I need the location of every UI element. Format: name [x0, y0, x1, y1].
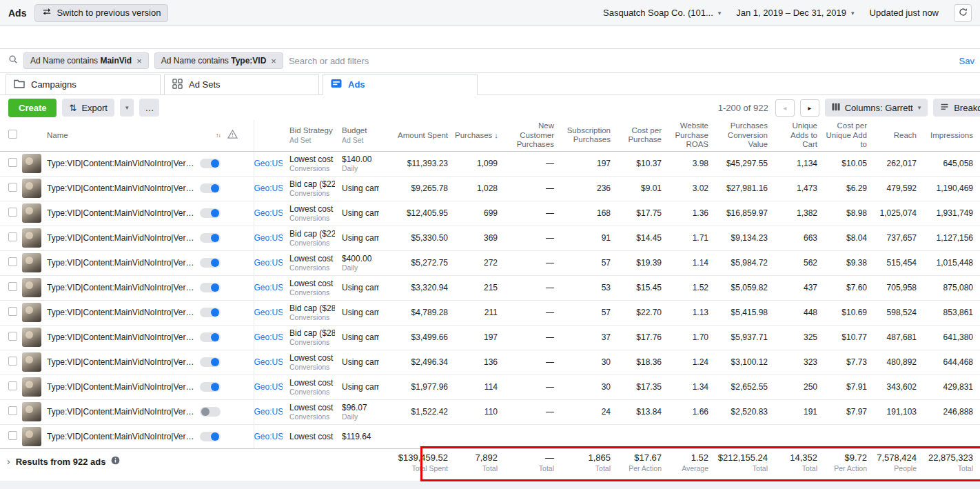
column-header-impressions[interactable]: Impressions [923, 120, 980, 151]
adset-link[interactable]: Geo:US|Ge... [254, 258, 283, 268]
column-header-name[interactable]: Name [47, 131, 68, 141]
row-checkbox[interactable] [8, 158, 17, 167]
save-filter-link[interactable]: Sav [959, 56, 974, 66]
status-toggle[interactable] [200, 233, 221, 243]
ad-name-link[interactable]: Type:VID|Content:MainVidNoIntro|Version:… [47, 283, 196, 292]
status-toggle[interactable] [200, 407, 221, 417]
chip-close-icon[interactable]: × [136, 57, 142, 66]
create-button[interactable]: Create [8, 99, 57, 117]
ad-name-link[interactable]: Type:VID|Content:MainVidNoIntro|Version:… [47, 432, 196, 441]
row-checkbox[interactable] [8, 332, 17, 341]
ad-name-link[interactable]: Type:VID|Content:MainVidNoIntro|Version:… [47, 208, 196, 218]
adset-link[interactable]: Geo:US|Ge... [254, 233, 283, 243]
ad-thumbnail[interactable] [22, 377, 41, 397]
filter-chip[interactable]: Ad Name contains Type:VID × [154, 52, 283, 69]
status-toggle[interactable] [200, 283, 221, 292]
row-checkbox[interactable] [8, 406, 17, 415]
more-actions-button[interactable]: … [139, 99, 159, 117]
account-selector[interactable]: Sasquatch Soap Co. (101... ▾ [603, 8, 721, 18]
info-icon[interactable] [111, 455, 120, 468]
adset-link[interactable]: Geo:US|Ge... [254, 208, 283, 218]
status-toggle[interactable] [200, 159, 221, 168]
export-dropdown-button[interactable]: ▾ [120, 99, 134, 117]
expand-results-icon[interactable]: › [7, 456, 10, 467]
column-header-purchases[interactable]: Purchases↓ [455, 120, 504, 151]
column-header-budget[interactable]: BudgetAd Set [342, 120, 386, 151]
ad-name-link[interactable]: Type:VID|Content:MainVidNoIntro|Version:… [47, 382, 196, 392]
status-toggle[interactable] [200, 308, 221, 317]
column-header-reach[interactable]: Reach [874, 120, 923, 151]
column-header-cost-per-unique-add-to[interactable]: Cost per Unique Add to [824, 120, 874, 151]
ad-name-link[interactable]: Type:VID|Content:MainVidNoIntro|Version:… [47, 233, 196, 243]
adset-link[interactable]: Geo:US|Ge... [254, 283, 283, 292]
adset-link[interactable]: Geo:US|Ge... [254, 407, 283, 417]
ad-thumbnail[interactable] [22, 278, 41, 297]
ad-name-link[interactable]: Type:VID|Content:MainVidNoIntro|Version:… [47, 332, 196, 342]
ad-thumbnail[interactable] [22, 303, 41, 322]
column-header-website-purchase-roas[interactable]: Website Purchase ROAS [668, 120, 715, 151]
ad-thumbnail[interactable] [22, 328, 41, 347]
refresh-button[interactable] [954, 4, 972, 22]
column-header-amount-spent[interactable]: Amount Spent [386, 120, 455, 151]
adset-link[interactable]: Geo:US|Ge... [254, 308, 283, 317]
tab-ad-sets[interactable]: Ad Sets [164, 74, 319, 95]
row-checkbox[interactable] [8, 257, 17, 266]
column-header-subscription-purchases[interactable]: Subscription Purchases [561, 120, 617, 151]
row-checkbox[interactable] [8, 381, 17, 390]
ad-thumbnail[interactable] [22, 228, 41, 248]
ad-name-link[interactable]: Type:VID|Content:MainVidNoIntro|Version:… [47, 258, 196, 268]
sort-icon[interactable]: ↑↓ [216, 132, 221, 139]
tab-campaigns[interactable]: Campaigns [6, 74, 161, 95]
adset-link[interactable]: Geo:US|Ge... [254, 332, 283, 342]
status-toggle[interactable] [200, 332, 221, 342]
columns-button[interactable]: Columns: Garrett ▾ [825, 99, 928, 117]
ad-thumbnail[interactable] [22, 427, 41, 446]
breakdown-button[interactable]: Breakdow [933, 99, 980, 117]
status-toggle[interactable] [200, 432, 221, 441]
ad-name-link[interactable]: Type:VID|Content:MainVidNoIntro|Version:… [47, 183, 196, 193]
chip-close-icon[interactable]: × [271, 57, 276, 66]
date-range-selector[interactable]: Jan 1, 2019 – Dec 31, 2019 ▾ [736, 8, 854, 18]
adset-link[interactable]: Geo:US|Ge... [254, 382, 283, 392]
ad-thumbnail[interactable] [22, 154, 41, 173]
status-toggle[interactable] [200, 183, 221, 193]
status-toggle[interactable] [200, 208, 221, 218]
status-toggle[interactable] [200, 357, 221, 367]
row-checkbox[interactable] [8, 208, 17, 217]
row-checkbox[interactable] [8, 357, 17, 366]
ad-name-link[interactable]: Type:VID|Content:MainVidNoIntro|Version:… [47, 308, 196, 317]
adset-link[interactable]: Geo:US|Ge... [254, 357, 283, 367]
ad-name-link[interactable]: Type:VID|Content:MainVidNoIntro|Version:… [47, 407, 196, 417]
row-checkbox[interactable] [8, 183, 17, 192]
ad-thumbnail[interactable] [22, 352, 41, 372]
column-header-purchases-conversion-value[interactable]: Purchases Conversion Value [715, 120, 775, 151]
column-header-new-customer-purchases[interactable]: New Customer Purchases [504, 120, 561, 151]
column-header-bid-strategy[interactable]: Bid StrategyAd Set [289, 120, 342, 151]
ad-thumbnail[interactable] [22, 402, 41, 421]
adset-link[interactable]: Geo:US|Ge... [254, 159, 283, 168]
search-input[interactable] [289, 56, 954, 66]
adset-link[interactable]: Geo:US|Ge... [254, 183, 283, 193]
switch-version-button[interactable]: Switch to previous version [34, 4, 168, 22]
row-checkbox[interactable] [8, 282, 17, 291]
export-button[interactable]: ⇅ Export [62, 99, 114, 117]
ad-thumbnail[interactable] [22, 179, 41, 198]
tab-ads[interactable]: Ads [323, 74, 478, 95]
column-header-cost-per-purchase[interactable]: Cost per Purchase [617, 120, 668, 151]
ad-name-link[interactable]: Type:VID|Content:MainVidNoIntro|Version:… [47, 159, 196, 168]
next-page-button[interactable]: ▸ [800, 99, 819, 117]
row-checkbox[interactable] [8, 431, 17, 440]
row-checkbox[interactable] [8, 307, 17, 316]
status-toggle[interactable] [200, 258, 221, 268]
horizontal-scrollbar[interactable] [0, 481, 980, 489]
ad-name-link[interactable]: Type:VID|Content:MainVidNoIntro|Version:… [47, 357, 196, 367]
select-all-checkbox[interactable] [8, 130, 17, 139]
column-header-unique-adds-to-cart[interactable]: Unique Adds to Cart [775, 120, 824, 151]
ad-thumbnail[interactable] [22, 253, 41, 272]
row-checkbox[interactable] [8, 232, 17, 241]
prev-page-button[interactable]: ◂ [775, 99, 795, 117]
status-toggle[interactable] [200, 382, 221, 392]
adset-link[interactable]: Geo:US|Ge... [254, 432, 283, 441]
filter-chip[interactable]: Ad Name contains MainVid × [23, 52, 149, 69]
ad-thumbnail[interactable] [22, 203, 41, 223]
